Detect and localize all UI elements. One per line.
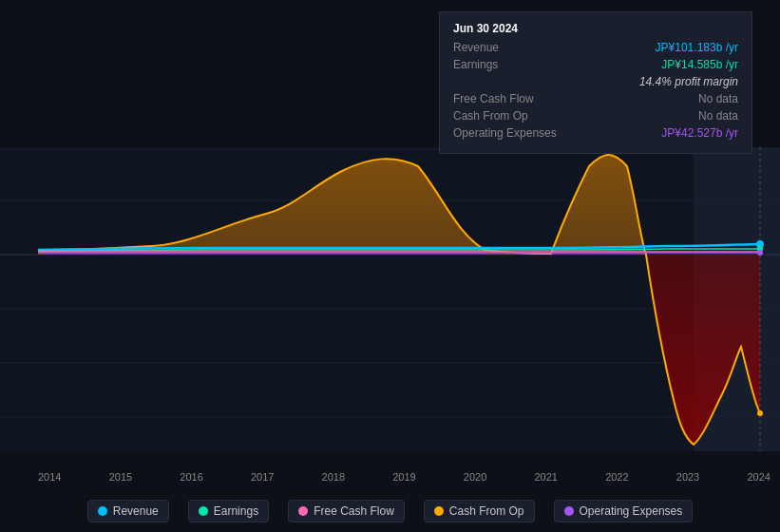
legend-dot-revenue — [98, 506, 107, 516]
tooltip-label-cashfromop: Cash From Op — [453, 109, 577, 123]
tooltip-label-profit-margin — [453, 75, 577, 88]
legend-item-opex[interactable]: Operating Expenses — [554, 500, 694, 522]
tooltip-row-fcf: Free Cash Flow No data — [453, 92, 738, 105]
legend: Revenue Earnings Free Cash Flow Cash Fro… — [0, 500, 780, 522]
tooltip-row-earnings: Earnings JP¥14.585b /yr — [453, 58, 738, 71]
legend-label-cashfromop: Cash From Op — [449, 504, 524, 518]
tooltip-row-profit-margin: 14.4% profit margin — [453, 75, 738, 88]
tooltip-label-revenue: Revenue — [453, 41, 577, 54]
x-label-2019: 2019 — [392, 471, 415, 483]
legend-dot-cashfromop — [434, 506, 444, 516]
legend-item-fcf[interactable]: Free Cash Flow — [288, 500, 405, 522]
x-label-2014: 2014 — [38, 471, 61, 483]
tooltip-value-opex: JP¥42.527b /yr — [661, 126, 738, 140]
tooltip-row-revenue: Revenue JP¥101.183b /yr — [453, 41, 738, 54]
tooltip-row-cashfromop: Cash From Op No data — [453, 109, 738, 123]
legend-item-cashfromop[interactable]: Cash From Op — [424, 500, 535, 522]
legend-label-revenue: Revenue — [113, 504, 159, 518]
x-label-2020: 2020 — [464, 471, 486, 483]
legend-label-earnings: Earnings — [214, 504, 258, 518]
legend-item-earnings[interactable]: Earnings — [188, 500, 269, 522]
tooltip-label-earnings: Earnings — [453, 58, 577, 71]
tooltip-value-earnings: JP¥14.585b /yr — [661, 58, 738, 71]
tooltip-label-fcf: Free Cash Flow — [453, 92, 577, 105]
tooltip-value-profit-margin: 14.4% profit margin — [639, 75, 738, 88]
tooltip-value-cashfromop: No data — [698, 109, 738, 123]
legend-label-opex: Operating Expenses — [580, 504, 683, 518]
tooltip-label-opex: Operating Expenses — [453, 126, 577, 140]
x-label-2017: 2017 — [251, 471, 274, 483]
legend-dot-earnings — [199, 506, 208, 516]
x-axis: 2014 2015 2016 2017 2018 2019 2020 2021 … — [38, 471, 770, 483]
legend-item-revenue[interactable]: Revenue — [87, 500, 169, 522]
x-label-2024: 2024 — [747, 471, 770, 483]
legend-dot-opex — [564, 506, 574, 516]
svg-point-14 — [757, 410, 763, 416]
svg-point-13 — [757, 250, 763, 256]
tooltip-value-revenue: JP¥101.183b /yr — [656, 41, 738, 54]
x-label-2023: 2023 — [676, 471, 699, 483]
x-label-2022: 2022 — [605, 471, 628, 483]
x-label-2015: 2015 — [109, 471, 132, 483]
x-label-2021: 2021 — [534, 471, 557, 483]
chart-container: Jun 30 2024 Revenue JP¥101.183b /yr Earn… — [0, 0, 780, 532]
tooltip-value-fcf: No data — [698, 92, 738, 105]
tooltip-row-opex: Operating Expenses JP¥42.527b /yr — [453, 126, 738, 140]
tooltip-date: Jun 30 2024 — [453, 22, 738, 35]
legend-label-fcf: Free Cash Flow — [314, 504, 394, 518]
x-label-2016: 2016 — [180, 471, 202, 483]
main-chart[interactable] — [0, 147, 780, 451]
x-label-2018: 2018 — [322, 471, 345, 483]
tooltip-box: Jun 30 2024 Revenue JP¥101.183b /yr Earn… — [439, 11, 752, 154]
legend-dot-fcf — [298, 506, 308, 516]
